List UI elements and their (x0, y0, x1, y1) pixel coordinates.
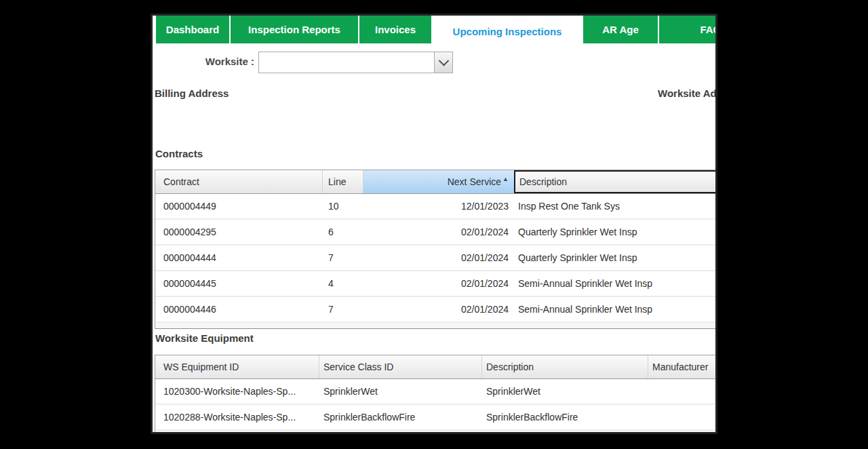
equipment-header-row: WS Equipment ID Service Class ID Descrip… (155, 355, 717, 379)
equipment-body: 1020300-Worksite-Naples-Sp... SprinklerW… (155, 379, 717, 431)
equipment-manufacturer (648, 405, 717, 429)
table-row[interactable]: 0000004295 6 02/01/2024 Quarterly Sprink… (155, 220, 717, 246)
next-service-label: Next Service (448, 176, 501, 187)
contract-description: Semi-Annual Sprinkler Wet Insp (514, 271, 717, 296)
tab-invoices[interactable]: Invoices (359, 16, 431, 43)
worksite-address-heading: Worksite Address (658, 87, 717, 99)
equipment-manufacturer (648, 379, 717, 404)
equipment-service-class: SprinklerWet (319, 379, 482, 404)
equipment-description: SprinklerWet (482, 379, 648, 404)
equipment-id: 1020288-Worksite-Naples-Sp... (155, 405, 319, 429)
contract-line: 6 (323, 220, 363, 244)
contract-line: 7 (323, 246, 363, 270)
contract-id: 0000004445 (155, 271, 323, 296)
contract-line: 7 (323, 297, 363, 321)
contracts-table-footer (155, 323, 717, 329)
contract-id: 0000004449 (155, 194, 323, 218)
contract-id: 0000004295 (155, 220, 323, 244)
equipment-header-service-class-id[interactable]: Service Class ID (319, 355, 482, 378)
contract-line: 10 (323, 194, 363, 218)
table-row[interactable]: 0000004445 4 02/01/2024 Semi-Annual Spri… (155, 271, 717, 297)
table-row[interactable]: 1020300-Worksite-Naples-Sp... SprinklerW… (155, 379, 717, 405)
tab-ar-age[interactable]: AR Age (583, 16, 658, 43)
contracts-header-next-service[interactable]: Next Service▲ (363, 170, 514, 193)
contracts-header-description[interactable]: Description (514, 170, 717, 193)
worksite-equipment-heading: Worksite Equipment (155, 332, 254, 344)
sort-ascending-icon: ▲ (502, 176, 509, 182)
equipment-description: SprinklerBackflowFire (482, 405, 648, 429)
billing-address-heading: Billing Address (155, 87, 229, 99)
worksite-select-button[interactable] (434, 52, 452, 73)
tab-faqs[interactable]: FAQs (659, 16, 717, 43)
worksite-equipment-table: WS Equipment ID Service Class ID Descrip… (155, 355, 717, 434)
contract-next-service: 02/01/2024 (363, 246, 514, 270)
contract-next-service: 02/01/2024 (363, 271, 514, 296)
contracts-body: 0000004449 10 12/01/2023 Insp Rest One T… (155, 194, 717, 323)
contract-next-service: 02/01/2024 (363, 220, 514, 244)
equipment-table-footer (155, 431, 717, 434)
chevron-down-icon (438, 55, 449, 66)
equipment-header-description[interactable]: Description (482, 355, 648, 378)
contract-description: Semi-Annual Sprinkler Wet Insp (514, 297, 717, 321)
table-row[interactable]: 0000004449 10 12/01/2023 Insp Rest One T… (155, 194, 717, 220)
contract-description: Quarterly Sprinkler Wet Insp (514, 220, 717, 244)
worksite-select[interactable] (258, 52, 453, 73)
equipment-header-ws-equipment-id[interactable]: WS Equipment ID (155, 355, 319, 378)
contracts-heading: Contracts (155, 148, 203, 159)
tab-upcoming-inspections[interactable]: Upcoming Inspections (433, 16, 582, 47)
contracts-table: Contract Line Next Service▲ Description … (155, 170, 717, 329)
contracts-header-line[interactable]: Line (323, 170, 363, 193)
contract-description: Insp Rest One Tank Sys (514, 194, 717, 218)
contracts-header-contract[interactable]: Contract (155, 170, 323, 193)
tab-dashboard[interactable]: Dashboard (156, 16, 229, 43)
equipment-header-manufacturer[interactable]: Manufacturer (648, 355, 717, 378)
worksite-label: Worksite : (190, 56, 254, 67)
contract-id: 0000004444 (155, 246, 323, 270)
equipment-id: 1020300-Worksite-Naples-Sp... (155, 379, 319, 404)
contract-id: 0000004446 (155, 297, 323, 321)
tab-inspection-reports[interactable]: Inspection Reports (231, 16, 358, 43)
table-row[interactable]: 0000004444 7 02/01/2024 Quarterly Sprink… (155, 246, 717, 271)
contract-description: Quarterly Sprinkler Wet Insp (514, 246, 717, 270)
app-window: Dashboard Inspection Reports Invoices Up… (151, 14, 717, 434)
contract-line: 4 (323, 271, 363, 296)
equipment-service-class: SprinklerBackflowFire (319, 405, 482, 429)
worksite-selector-row: Worksite : (153, 52, 715, 73)
table-row[interactable]: 0000004446 7 02/01/2024 Semi-Annual Spri… (155, 297, 717, 323)
tab-bar: Dashboard Inspection Reports Invoices Up… (153, 16, 717, 47)
worksite-select-value (259, 52, 434, 73)
contract-next-service: 12/01/2023 (363, 194, 514, 218)
contracts-header-row: Contract Line Next Service▲ Description (155, 170, 717, 194)
table-row[interactable]: 1020288-Worksite-Naples-Sp... SprinklerB… (155, 405, 717, 431)
contract-next-service: 02/01/2024 (363, 297, 514, 321)
